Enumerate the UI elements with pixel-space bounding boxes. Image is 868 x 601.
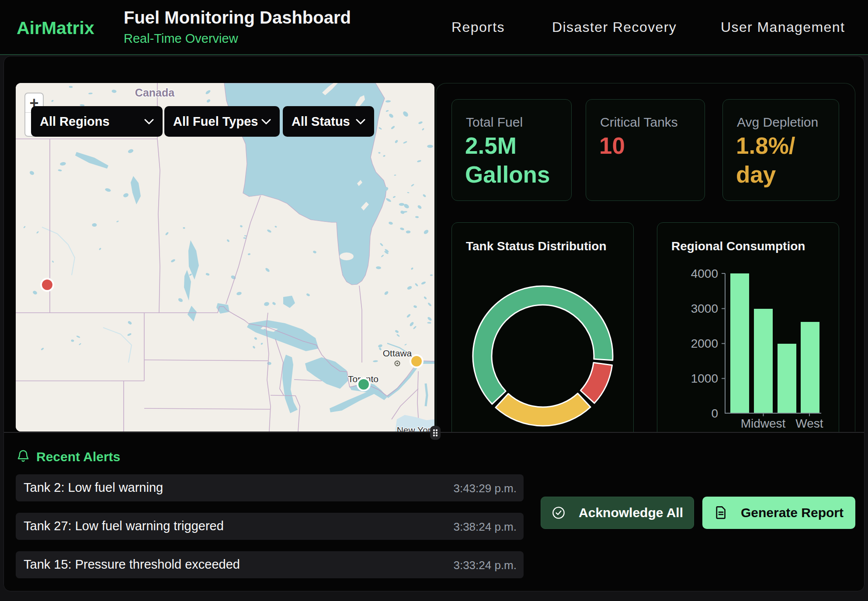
svg-text:1000: 1000 bbox=[691, 372, 718, 385]
svg-text:West: West bbox=[795, 417, 823, 430]
svg-text:0: 0 bbox=[711, 407, 718, 420]
svg-text:4000: 4000 bbox=[691, 267, 718, 280]
svg-text:2000: 2000 bbox=[691, 337, 718, 350]
svg-text:Ottawa: Ottawa bbox=[383, 348, 412, 358]
svg-text:New York: New York bbox=[397, 425, 434, 432]
svg-text:Canada: Canada bbox=[135, 86, 175, 99]
svg-text:Midwest: Midwest bbox=[741, 417, 786, 430]
svg-text:3000: 3000 bbox=[691, 302, 718, 315]
